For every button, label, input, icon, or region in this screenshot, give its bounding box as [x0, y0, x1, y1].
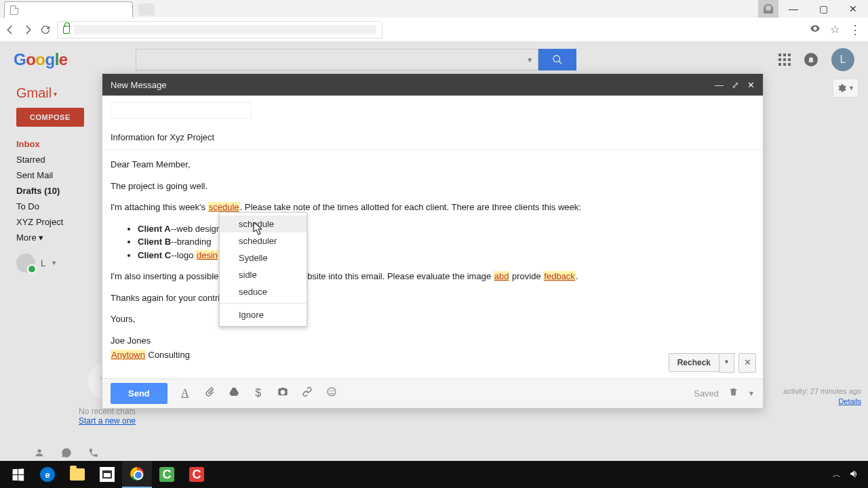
- secure-lock-icon: [63, 26, 70, 34]
- svg-point-2: [332, 390, 334, 392]
- compose-to-field[interactable]: [102, 96, 763, 128]
- chrome-menu-button[interactable]: ⋮: [849, 26, 861, 33]
- account-avatar[interactable]: L: [831, 48, 854, 71]
- google-apps-icon[interactable]: [778, 54, 791, 66]
- spell-suggestion-scheduler[interactable]: scheduler: [220, 232, 307, 249]
- url-redacted: [74, 25, 376, 35]
- window-close-button[interactable]: ✕: [838, 0, 868, 18]
- hangouts-footer: [34, 447, 99, 461]
- tray-volume-icon[interactable]: [849, 469, 859, 481]
- chrome-profile-button[interactable]: [758, 0, 778, 18]
- misspelled-desin[interactable]: desin: [196, 250, 218, 260]
- saved-indicator: Saved: [694, 388, 719, 399]
- back-button[interactable]: [4, 24, 16, 36]
- recheck-button[interactable]: Recheck: [669, 353, 719, 372]
- misspelled-scedule[interactable]: scedule: [208, 202, 240, 212]
- spell-ignore[interactable]: Ignore: [220, 306, 307, 323]
- search-button[interactable]: [538, 49, 576, 70]
- tray-chevron-icon[interactable]: ︿: [833, 469, 841, 481]
- taskbar-edge-icon[interactable]: e: [33, 461, 62, 488]
- misspelled-fedback[interactable]: fedback: [543, 271, 576, 281]
- page-favicon-icon: [10, 5, 18, 15]
- search-options-dropdown[interactable]: ▼: [522, 49, 538, 70]
- compose-button[interactable]: COMPOSE: [16, 108, 84, 127]
- bookmark-star-icon[interactable]: ☆: [830, 23, 840, 36]
- misspelled-abd[interactable]: abd: [494, 271, 510, 281]
- spell-suggestion-seduce[interactable]: seduce: [220, 283, 307, 300]
- spellcheck-close-button[interactable]: ✕: [738, 353, 756, 373]
- nav-sent-mail[interactable]: Sent Mail: [0, 167, 100, 183]
- window-minimize-button[interactable]: —: [778, 0, 808, 18]
- presence-avatar-icon: [16, 253, 35, 272]
- formatting-icon[interactable]: A: [178, 387, 192, 399]
- account-activity: activity: 27 minutes ago Details: [783, 386, 861, 407]
- compose-body[interactable]: Dear Team Member, The project is going w…: [102, 150, 763, 378]
- insert-emoji-icon[interactable]: [325, 386, 338, 400]
- insert-photo-icon[interactable]: [276, 386, 290, 400]
- browser-tab[interactable]: [4, 1, 133, 18]
- hangouts-contacts-icon[interactable]: [34, 447, 45, 461]
- windows-taskbar: e C C ︿: [0, 461, 868, 488]
- discard-draft-icon[interactable]: [728, 387, 738, 399]
- recheck-dropdown[interactable]: ▼: [719, 353, 734, 373]
- nav-more[interactable]: More ▾: [0, 230, 100, 245]
- browser-toolbar: ☆ ⋮: [0, 18, 868, 42]
- spell-suggestion-sydelle[interactable]: Sydelle: [220, 249, 307, 266]
- compose-popout-icon[interactable]: ⤢: [732, 80, 739, 90]
- forward-button[interactable]: [22, 24, 34, 36]
- compose-toolbar: Send A $ Saved ▼: [102, 378, 763, 408]
- compose-subject-field[interactable]: Information for Xyz Project: [102, 128, 763, 150]
- insert-money-icon[interactable]: $: [252, 387, 265, 399]
- hangouts-self[interactable]: L ▼: [0, 245, 100, 272]
- spell-suggestion-schedule[interactable]: schedule: [220, 216, 307, 232]
- nav-xyz-project[interactable]: XYZ Project: [0, 214, 100, 230]
- taskbar-app-green-icon[interactable]: C: [152, 461, 182, 488]
- spell-suggestion-sidle[interactable]: sidle: [220, 266, 307, 283]
- taskbar-chrome-icon[interactable]: [122, 461, 152, 488]
- send-button[interactable]: Send: [111, 383, 167, 404]
- more-send-options-icon[interactable]: ▼: [748, 390, 755, 397]
- svg-point-0: [328, 388, 336, 396]
- gmail-header: Google ▼ L: [0, 42, 868, 77]
- gmail-search-input[interactable]: [136, 49, 522, 70]
- activity-details-link[interactable]: Details: [838, 397, 861, 405]
- nav-starred[interactable]: Starred: [0, 152, 100, 167]
- start-button[interactable]: [3, 461, 33, 488]
- address-bar[interactable]: [57, 21, 382, 39]
- compose-dialog: New Message — ⤢ ✕ Information for Xyz Pr…: [102, 73, 764, 409]
- gmail-product-label[interactable]: Gmail: [0, 83, 100, 108]
- insert-link-icon[interactable]: [300, 386, 314, 400]
- compose-close-icon[interactable]: ✕: [747, 80, 755, 90]
- spellcheck-context-menu: schedule scheduler Sydelle sidle seduce …: [219, 212, 307, 327]
- taskbar-store-icon[interactable]: [92, 461, 122, 488]
- nav-inbox[interactable]: Inbox: [0, 136, 100, 152]
- attach-file-icon[interactable]: [203, 386, 216, 400]
- settings-gear-button[interactable]: ▼: [833, 79, 859, 98]
- browser-tab-strip: — ▢ ✕: [0, 0, 868, 18]
- google-logo: Google: [14, 50, 68, 69]
- recipient-chip-redacted: [111, 102, 252, 119]
- taskbar-app-red-icon[interactable]: C: [182, 461, 212, 488]
- svg-point-1: [330, 390, 331, 392]
- hangouts-chat-icon[interactable]: [61, 447, 72, 461]
- notifications-icon[interactable]: [804, 53, 818, 66]
- compose-titlebar[interactable]: New Message — ⤢ ✕: [102, 74, 763, 96]
- eye-icon[interactable]: [810, 23, 821, 37]
- new-tab-button[interactable]: [138, 3, 155, 16]
- spellcheck-bar: Recheck ▼ ✕: [669, 353, 756, 373]
- misspelled-anytown[interactable]: Anytown: [111, 350, 146, 360]
- insert-drive-icon[interactable]: [227, 386, 241, 400]
- compose-minimize-icon[interactable]: —: [715, 80, 724, 90]
- taskbar-explorer-icon[interactable]: [62, 461, 92, 488]
- reload-button[interactable]: [39, 24, 52, 36]
- start-chat-link[interactable]: Start a new one: [79, 416, 136, 426]
- nav-todo[interactable]: To Do: [0, 199, 100, 214]
- nav-drafts[interactable]: Drafts (10): [0, 183, 100, 199]
- compose-title: New Message: [111, 80, 166, 90]
- window-maximize-button[interactable]: ▢: [808, 0, 838, 18]
- hangouts-phone-icon[interactable]: [88, 447, 99, 461]
